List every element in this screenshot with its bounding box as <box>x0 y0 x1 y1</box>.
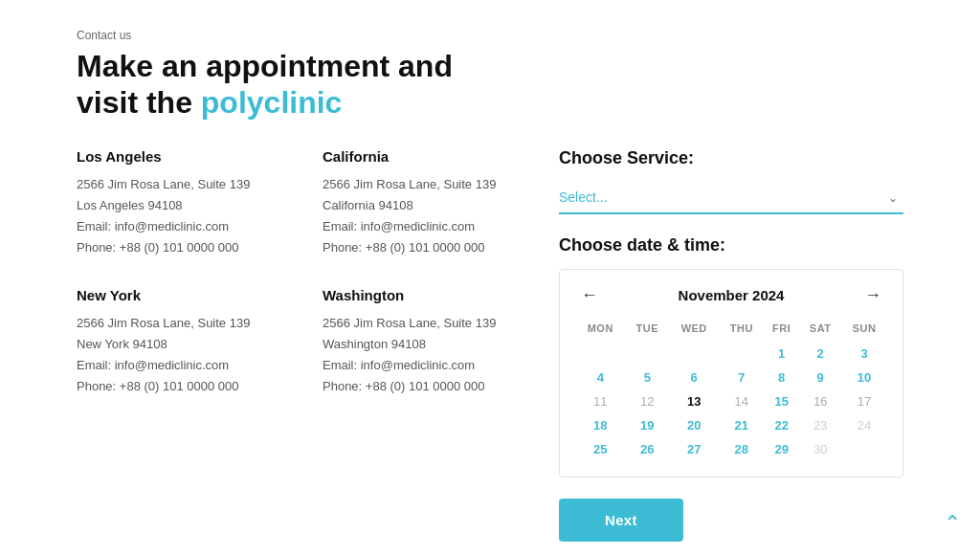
cal-day-header: TUE <box>626 319 669 342</box>
calendar-day[interactable]: 9 <box>799 366 841 389</box>
calendar-day <box>626 342 669 366</box>
prev-month-button[interactable]: ← <box>575 285 604 305</box>
service-label: Choose Service: <box>559 148 903 168</box>
calendar-body: 1234567891011121314151617181920212223242… <box>575 342 887 461</box>
calendar-day: 16 <box>799 389 841 413</box>
calendar-day[interactable]: 2 <box>799 342 841 366</box>
calendar-day[interactable]: 1 <box>764 342 799 366</box>
calendar-day: 17 <box>841 389 887 413</box>
contact-us-label: Contact us <box>77 29 903 42</box>
calendar-header-row: MONTUEWEDTHUFRISATSUN <box>575 319 887 342</box>
calendar-day[interactable]: 18 <box>575 413 626 437</box>
calendar-day[interactable]: 4 <box>575 366 626 389</box>
calendar-day: 11 <box>575 389 626 413</box>
cal-day-header: WED <box>669 319 720 342</box>
service-select-wrapper: Select...General ConsultationCardiologyD… <box>559 182 903 214</box>
page: Contact us Make an appointment and visit… <box>0 0 980 555</box>
calendar-day: 14 <box>719 389 764 413</box>
calendar-day: 23 <box>799 413 841 437</box>
heading-part1: Make an appointment and <box>77 49 453 83</box>
locations-grid: Los Angeles 2566 Jim Rosa Lane, Suite 13… <box>77 148 530 398</box>
calendar-day[interactable]: 26 <box>626 437 669 461</box>
calendar-header: ← November 2024 → <box>575 285 887 305</box>
next-button[interactable]: Next <box>559 499 683 542</box>
location-name: New York <box>77 287 284 303</box>
cal-day-header: FRI <box>764 319 799 342</box>
calendar-day <box>719 342 764 366</box>
cal-day-header: MON <box>575 319 626 342</box>
calendar-day[interactable]: 27 <box>669 437 720 461</box>
location-details: 2566 Jim Rosa Lane, Suite 139 California… <box>323 174 530 258</box>
calendar-grid: MONTUEWEDTHUFRISATSUN 123456789101112131… <box>575 319 887 461</box>
calendar-day <box>575 342 626 366</box>
month-year-label: November 2024 <box>679 287 785 303</box>
calendar-day[interactable]: 5 <box>626 366 669 389</box>
calendar-day[interactable]: 6 <box>669 366 720 389</box>
calendar-day[interactable]: 20 <box>669 413 720 437</box>
heading-part2: visit the <box>77 85 201 120</box>
calendar-day[interactable]: 3 <box>841 342 887 366</box>
booking-section: Choose Service: Select...General Consult… <box>559 148 903 542</box>
service-select[interactable]: Select...General ConsultationCardiologyD… <box>559 182 903 214</box>
location-details: 2566 Jim Rosa Lane, Suite 139 Washington… <box>323 313 530 397</box>
calendar-day: 30 <box>799 437 841 461</box>
calendar-day[interactable]: 25 <box>575 437 626 461</box>
datetime-label: Choose date & time: <box>559 235 903 255</box>
calendar-day <box>669 342 720 366</box>
location-details: 2566 Jim Rosa Lane, Suite 139 Los Angele… <box>77 174 284 258</box>
location-details: 2566 Jim Rosa Lane, Suite 139 New York 9… <box>77 313 284 397</box>
locations-section: Los Angeles 2566 Jim Rosa Lane, Suite 13… <box>77 148 530 542</box>
scroll-up-button[interactable]: ⌃ <box>944 511 961 536</box>
location-name: California <box>323 148 530 165</box>
calendar-day[interactable]: 28 <box>719 437 764 461</box>
calendar-day[interactable]: 22 <box>764 413 799 437</box>
calendar-day[interactable]: 13 <box>669 389 720 413</box>
location-name: Los Angeles <box>77 148 284 165</box>
content-row: Los Angeles 2566 Jim Rosa Lane, Suite 13… <box>77 148 903 542</box>
location-block-washington: Washington 2566 Jim Rosa Lane, Suite 139… <box>323 287 530 397</box>
next-month-button[interactable]: → <box>858 285 887 305</box>
calendar: ← November 2024 → MONTUEWEDTHUFRISATSUN … <box>559 269 903 477</box>
calendar-day[interactable]: 29 <box>764 437 799 461</box>
calendar-day: 24 <box>841 413 887 437</box>
calendar-day[interactable]: 8 <box>764 366 799 389</box>
calendar-day <box>841 437 887 461</box>
heading-highlight: polyclinic <box>201 85 343 120</box>
calendar-day[interactable]: 7 <box>719 366 764 389</box>
cal-day-header: SUN <box>841 319 887 342</box>
calendar-day: 12 <box>626 389 669 413</box>
calendar-day[interactable]: 21 <box>719 413 764 437</box>
calendar-day[interactable]: 10 <box>841 366 887 389</box>
calendar-day[interactable]: 15 <box>764 389 799 413</box>
cal-day-header: SAT <box>799 319 841 342</box>
location-block-new-york: New York 2566 Jim Rosa Lane, Suite 139 N… <box>77 287 284 397</box>
location-block-california: California 2566 Jim Rosa Lane, Suite 139… <box>323 148 530 258</box>
main-heading: Make an appointment and visit the polycl… <box>77 48 903 122</box>
calendar-day[interactable]: 19 <box>626 413 669 437</box>
location-block-los-angeles: Los Angeles 2566 Jim Rosa Lane, Suite 13… <box>77 148 284 258</box>
cal-day-header: THU <box>719 319 764 342</box>
location-name: Washington <box>323 287 530 303</box>
